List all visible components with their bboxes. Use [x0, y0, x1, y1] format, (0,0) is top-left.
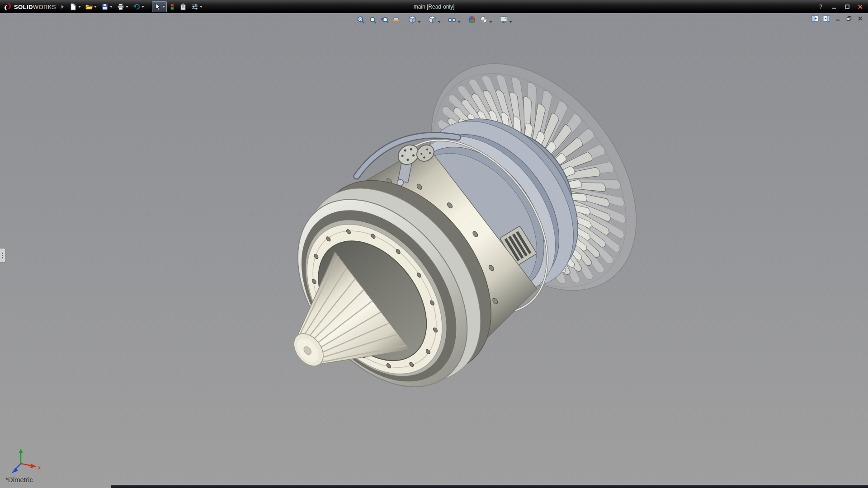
open-button[interactable] — [84, 1, 99, 12]
save-icon — [101, 3, 108, 10]
ds-logo-icon — [4, 3, 12, 11]
solidworks-logo: SOLIDWORKS — [0, 3, 61, 11]
previous-view-button[interactable] — [379, 14, 390, 25]
pane-right-icon — [823, 15, 830, 22]
options-button[interactable] — [189, 1, 204, 12]
apply-scene-ball-icon — [480, 15, 488, 24]
pane-right-button[interactable] — [821, 14, 831, 23]
doc-restore-button[interactable] — [844, 14, 854, 23]
zoom-to-area-button[interactable] — [367, 14, 378, 25]
select-cursor-icon — [154, 3, 161, 10]
view-settings-button[interactable] — [498, 14, 509, 25]
window-title: main [Read-only] — [414, 4, 455, 10]
document-window-controls — [810, 14, 865, 23]
undo-icon — [133, 3, 140, 10]
display-style-button[interactable] — [427, 14, 438, 25]
feature-manager-collapse-tab[interactable] — [0, 248, 5, 263]
section-view-icon — [392, 15, 401, 24]
viewport-canvas[interactable]: x — [0, 13, 868, 488]
toolbar-separator — [149, 3, 149, 11]
clipboard-icon — [179, 3, 187, 10]
app-close-button[interactable] — [854, 2, 866, 11]
orientation-triad[interactable]: x — [12, 449, 41, 473]
doc-minimize-icon — [835, 16, 840, 21]
close-icon — [858, 4, 863, 9]
new-dropdown-arrow[interactable] — [78, 6, 81, 8]
app-minimize-button[interactable] — [828, 2, 840, 11]
doc-close-button[interactable] — [855, 14, 865, 23]
toolbar-overflow-chevron[interactable] — [61, 5, 64, 9]
options-sliders-icon — [191, 3, 198, 10]
zoom-to-fit-button[interactable] — [355, 14, 367, 25]
view-settings-dropdown-arrow[interactable] — [509, 21, 512, 23]
view-orientation-dropdown-arrow[interactable] — [418, 21, 421, 23]
edit-appearance-ball-icon — [468, 15, 476, 24]
undo-dropdown-arrow[interactable] — [142, 6, 144, 8]
clipboard-button[interactable] — [178, 1, 189, 12]
section-view-button[interactable] — [391, 14, 402, 25]
titlebar: SOLIDWORKS — [0, 0, 868, 13]
view-orientation-cube-icon — [408, 15, 417, 24]
hide-show-items-button[interactable] — [447, 14, 458, 25]
new-document-icon — [70, 3, 77, 10]
taskbar-strip[interactable] — [111, 485, 868, 488]
options-dropdown-arrow[interactable] — [200, 6, 203, 8]
view-settings-icon — [500, 15, 508, 24]
doc-minimize-button[interactable] — [833, 14, 843, 23]
hide-show-dropdown-arrow[interactable] — [458, 21, 461, 23]
maximize-icon — [844, 4, 850, 9]
engine-model[interactable] — [221, 25, 678, 458]
select-button[interactable] — [152, 1, 167, 12]
print-dropdown-arrow[interactable] — [126, 6, 128, 8]
save-dropdown-arrow[interactable] — [110, 6, 113, 8]
display-style-dropdown-arrow[interactable] — [438, 21, 441, 23]
graphics-area[interactable]: x — [0, 13, 868, 488]
zoom-to-area-icon — [368, 15, 377, 24]
select-dropdown-arrow[interactable] — [162, 6, 165, 8]
minimize-icon — [831, 4, 837, 9]
triad-x-label: x — [38, 465, 41, 471]
save-button[interactable] — [99, 1, 114, 12]
pane-left-button[interactable] — [810, 14, 820, 23]
color-swatch-icon — [170, 3, 175, 10]
color-swatch-button[interactable] — [168, 1, 177, 12]
zoom-to-fit-icon — [357, 15, 365, 24]
previous-view-icon — [380, 15, 389, 24]
brand-text-light: WORKS — [33, 4, 56, 10]
doc-close-icon — [858, 16, 863, 21]
pane-left-icon — [811, 15, 819, 22]
view-orientation-button[interactable] — [407, 14, 418, 25]
edit-appearance-button[interactable] — [467, 14, 478, 25]
help-button[interactable]: ? — [815, 2, 827, 11]
open-folder-icon — [85, 3, 93, 10]
print-icon — [117, 3, 124, 10]
heads-up-toolbar — [355, 14, 513, 25]
apply-scene-button[interactable] — [478, 14, 490, 25]
brand-text-bold: SOLID — [14, 4, 33, 10]
app-maximize-button[interactable] — [841, 2, 853, 11]
display-style-icon — [428, 15, 437, 24]
hide-show-glasses-icon — [448, 15, 457, 24]
apply-scene-dropdown-arrow[interactable] — [490, 21, 492, 23]
view-orientation-label: *Dimetric — [5, 476, 33, 483]
print-button[interactable] — [115, 1, 130, 12]
doc-restore-icon — [846, 16, 852, 21]
open-dropdown-arrow[interactable] — [94, 6, 97, 8]
new-document-button[interactable] — [68, 1, 83, 12]
undo-button[interactable] — [131, 1, 146, 12]
